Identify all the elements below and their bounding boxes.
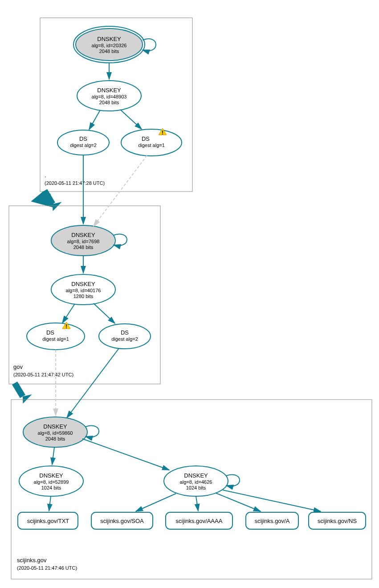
root-ds-alg2: DS digest alg=2 xyxy=(57,130,109,155)
svg-text:alg=8, id=4626: alg=8, id=4626 xyxy=(180,479,212,485)
svg-text:digest alg=2: digest alg=2 xyxy=(70,143,97,148)
svg-text:DNSKEY: DNSKEY xyxy=(184,472,208,479)
svg-text:1280 bits: 1280 bits xyxy=(73,294,94,299)
edge xyxy=(89,110,100,130)
record-soa: scijinks.gov/SOA xyxy=(91,512,153,529)
dnssec-diagram: . (2020-05-11 21:47:28 UTC) DNSKEY alg=8… xyxy=(0,0,379,588)
delegation-arrow xyxy=(15,383,23,396)
svg-text:scijinks.gov/A: scijinks.gov/A xyxy=(255,518,290,524)
zone-scijinks-label: scijinks.gov xyxy=(17,557,47,564)
edge xyxy=(136,494,176,511)
svg-text:DNSKEY: DNSKEY xyxy=(39,472,63,479)
svg-text:2048 bits: 2048 bits xyxy=(99,49,119,54)
svg-text:DNSKEY: DNSKEY xyxy=(71,232,95,238)
svg-text:scijinks.gov/NS: scijinks.gov/NS xyxy=(318,518,357,524)
scijinks-dnskey-zsk1: DNSKEY alg=8, id=52899 1024 bits xyxy=(19,466,83,496)
svg-text:scijinks.gov/SOA: scijinks.gov/SOA xyxy=(100,518,144,524)
svg-text:alg=8, id=59860: alg=8, id=59860 xyxy=(38,430,73,436)
svg-text:alg=8, id=52899: alg=8, id=52899 xyxy=(34,479,69,485)
svg-text:DS: DS xyxy=(46,329,54,336)
svg-text:2048 bits: 2048 bits xyxy=(99,100,119,105)
gov-ds-alg2: DS digest alg=2 xyxy=(99,324,151,349)
edge xyxy=(216,493,261,511)
svg-text:DNSKEY: DNSKEY xyxy=(97,36,121,42)
svg-text:DS: DS xyxy=(79,135,87,142)
root-ds-alg1: DS digest alg=1 ! xyxy=(121,128,182,156)
svg-text:alg=8, id=40176: alg=8, id=40176 xyxy=(66,288,101,293)
scijinks-dnskey-ksk: DNSKEY alg=8, id=59860 2048 bits xyxy=(23,417,87,447)
gov-dnskey-zsk: DNSKEY alg=8, id=40176 1280 bits xyxy=(51,274,115,305)
svg-text:alg=8, id=7698: alg=8, id=7698 xyxy=(67,239,100,244)
svg-text:alg=8, id=20326: alg=8, id=20326 xyxy=(92,43,127,48)
svg-text:!: ! xyxy=(65,323,67,330)
svg-text:!: ! xyxy=(162,130,163,136)
svg-text:digest alg=1: digest alg=1 xyxy=(42,336,69,342)
scijinks-dnskey-zsk2: DNSKEY alg=8, id=4626 1024 bits xyxy=(164,466,228,496)
svg-text:DNSKEY: DNSKEY xyxy=(43,423,67,430)
svg-text:DS: DS xyxy=(121,329,129,336)
svg-text:1024 bits: 1024 bits xyxy=(41,485,61,490)
svg-text:DNSKEY: DNSKEY xyxy=(97,87,121,94)
svg-text:1024 bits: 1024 bits xyxy=(186,485,206,490)
svg-text:scijinks.gov/TXT: scijinks.gov/TXT xyxy=(27,518,69,524)
edge xyxy=(49,496,51,511)
zone-gov-label: gov xyxy=(13,363,23,370)
edge xyxy=(196,496,198,511)
svg-text:digest alg=2: digest alg=2 xyxy=(111,336,138,342)
gov-dnskey-ksk: DNSKEY alg=8, id=7698 2048 bits xyxy=(51,225,115,256)
svg-text:DNSKEY: DNSKEY xyxy=(71,281,95,287)
zone-root-label: . xyxy=(45,172,46,179)
edge xyxy=(120,110,142,129)
edge xyxy=(67,348,119,418)
svg-text:2048 bits: 2048 bits xyxy=(73,245,94,250)
edge xyxy=(223,490,321,511)
root-dnskey-ksk: DNSKEY alg=8, id=20326 2048 bits xyxy=(73,26,145,63)
zone-gov-timestamp: (2020-05-11 21:47:42 UTC) xyxy=(13,372,73,377)
edge xyxy=(82,439,169,470)
svg-text:2048 bits: 2048 bits xyxy=(45,436,65,441)
edge-dashed xyxy=(94,155,147,226)
record-a: scijinks.gov/A xyxy=(246,512,298,529)
gov-ds-alg1: DS digest alg=1 ! xyxy=(27,322,85,350)
edge xyxy=(52,447,54,465)
zone-scijinks-timestamp: (2020-05-11 21:47:46 UTC) xyxy=(17,565,77,571)
record-txt: scijinks.gov/TXT xyxy=(18,512,78,529)
svg-text:alg=8, id=48903: alg=8, id=48903 xyxy=(92,94,127,99)
record-aaaa: scijinks.gov/AAAA xyxy=(166,512,232,529)
edge xyxy=(62,304,75,323)
root-dnskey-zsk: DNSKEY alg=8, id=48903 2048 bits xyxy=(77,81,141,111)
svg-text:digest alg=1: digest alg=1 xyxy=(138,143,165,148)
svg-text:DS: DS xyxy=(142,135,150,142)
edge xyxy=(94,303,115,323)
zone-root-timestamp: (2020-05-11 21:47:28 UTC) xyxy=(45,180,105,186)
svg-text:scijinks.gov/AAAA: scijinks.gov/AAAA xyxy=(176,518,223,524)
record-ns: scijinks.gov/NS xyxy=(309,512,366,529)
